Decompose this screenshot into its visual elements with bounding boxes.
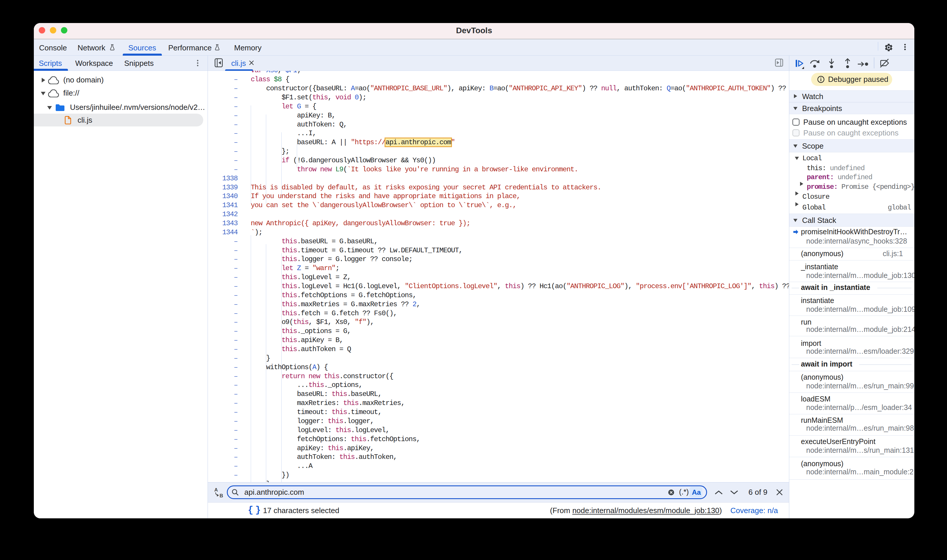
svg-text:A: A [214, 488, 218, 493]
svg-text:B: B [219, 493, 223, 498]
